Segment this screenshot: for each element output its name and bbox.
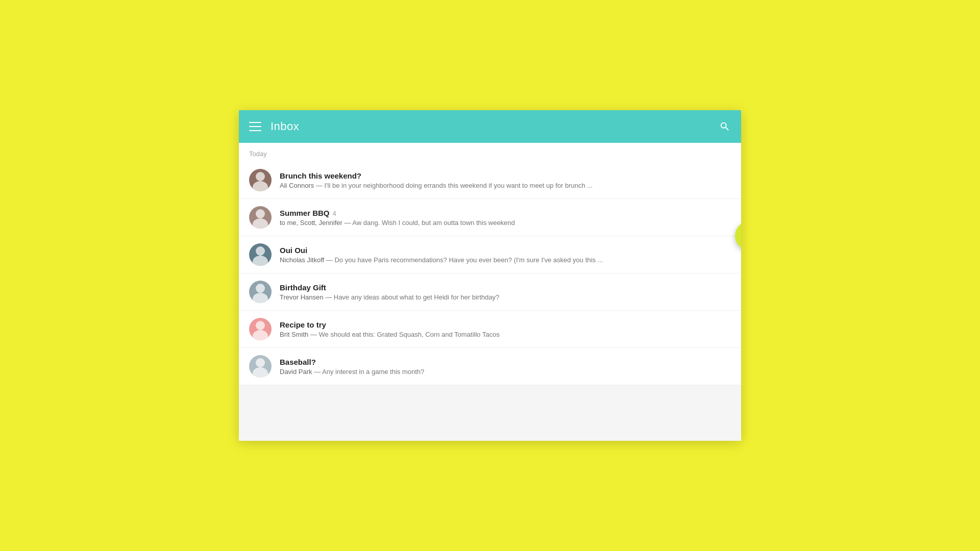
avatar [249, 318, 272, 340]
menu-icon[interactable] [249, 120, 261, 133]
email-subject-line: Recipe to try [280, 320, 731, 329]
email-item[interactable]: Baseball? David Park — Any interest in a… [239, 348, 741, 385]
email-sender: Brit Smith [280, 331, 308, 338]
email-sender: to me, Scott, Jennifer [280, 219, 342, 227]
email-preview-text: — Have any ideas about what to get Heidi… [325, 293, 499, 301]
email-info: Brunch this weekend? Ali Connors — I'll … [280, 171, 731, 189]
email-preview-text: — Do you have Paris recommendations? Hav… [326, 256, 603, 264]
avatar [249, 355, 272, 378]
app-window: Inbox Today Brunch this weekend? [239, 110, 741, 441]
email-subject: Baseball? [280, 358, 316, 366]
email-subject-line: Summer BBQ 4 [280, 209, 731, 217]
top-bar: Inbox [239, 110, 741, 143]
email-sender: Nicholas Jitkoff [280, 256, 324, 264]
email-sender: David Park [280, 368, 312, 375]
app-title: Inbox [271, 120, 299, 133]
section-label: Today [239, 143, 741, 162]
avatar [249, 206, 272, 229]
email-subject-line: Birthday Gift [280, 283, 731, 292]
email-sender: Ali Connors [280, 182, 314, 189]
email-preview-text: — We should eat this: Grated Squash, Cor… [310, 331, 500, 338]
email-item[interactable]: Oui Oui Nicholas Jitkoff — Do you have P… [239, 236, 741, 273]
email-list: Brunch this weekend? Ali Connors — I'll … [239, 162, 741, 385]
email-preview: David Park — Any interest in a game this… [280, 368, 731, 375]
email-preview: Brit Smith — We should eat this: Grated … [280, 331, 731, 338]
email-item[interactable]: Summer BBQ 4 to me, Scott, Jennifer — Aw… [239, 199, 741, 236]
email-subject: Summer BBQ [280, 209, 330, 217]
email-subject: Oui Oui [280, 246, 307, 255]
email-subject: Birthday Gift [280, 283, 326, 292]
email-subject-line: Oui Oui [280, 246, 731, 255]
email-preview-text: — Any interest in a game this month? [314, 368, 424, 375]
search-icon[interactable] [719, 120, 731, 133]
email-info: Birthday Gift Trevor Hansen — Have any i… [280, 283, 731, 301]
email-info: Recipe to try Brit Smith — We should eat… [280, 320, 731, 338]
avatar [249, 243, 272, 266]
email-subject-line: Brunch this weekend? [280, 171, 731, 180]
email-preview: Ali Connors — I'll be in your neighborho… [280, 182, 731, 189]
email-list-panel: Today Brunch this weekend? Ali Connors —… [239, 143, 741, 385]
email-subject-line: Baseball? [280, 358, 731, 366]
email-item[interactable]: Brunch this weekend? Ali Connors — I'll … [239, 162, 741, 199]
email-subject: Recipe to try [280, 320, 326, 329]
email-sender: Trevor Hansen [280, 293, 324, 301]
email-preview-text: — I'll be in your neighborhood doing err… [316, 182, 593, 189]
email-item[interactable]: Recipe to try Brit Smith — We should eat… [239, 311, 741, 348]
email-info: Baseball? David Park — Any interest in a… [280, 358, 731, 375]
email-subject: Brunch this weekend? [280, 171, 361, 180]
email-preview-text: — Aw dang. Wish I could, but am outta to… [344, 219, 514, 227]
email-item[interactable]: Birthday Gift Trevor Hansen — Have any i… [239, 273, 741, 311]
email-preview: to me, Scott, Jennifer — Aw dang. Wish I… [280, 219, 731, 227]
email-preview: Nicholas Jitkoff — Do you have Paris rec… [280, 256, 731, 264]
avatar [249, 281, 272, 303]
content-area: Today Brunch this weekend? Ali Connors —… [239, 143, 741, 441]
email-count: 4 [333, 210, 336, 217]
bottom-panel [239, 385, 741, 441]
email-info: Summer BBQ 4 to me, Scott, Jennifer — Aw… [280, 209, 731, 227]
email-info: Oui Oui Nicholas Jitkoff — Do you have P… [280, 246, 731, 264]
email-preview: Trevor Hansen — Have any ideas about wha… [280, 293, 731, 301]
avatar [249, 169, 272, 191]
